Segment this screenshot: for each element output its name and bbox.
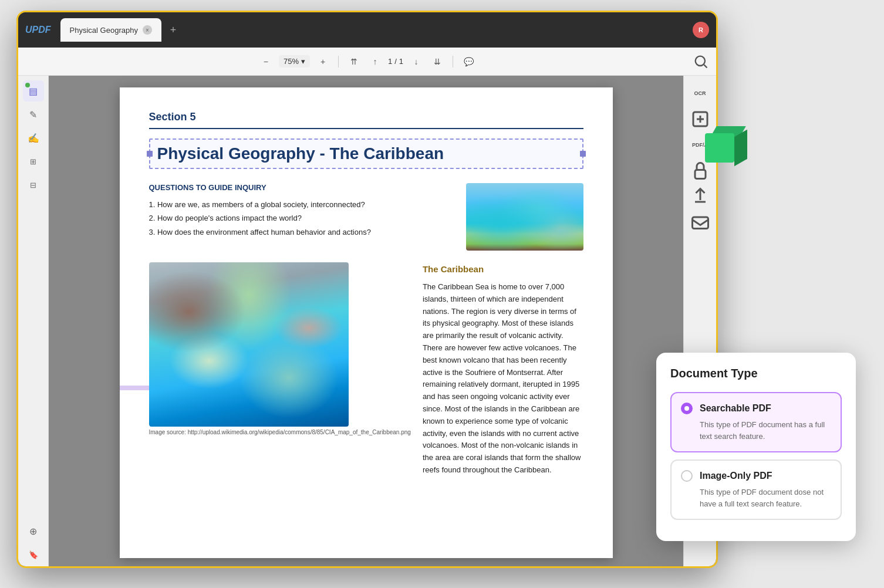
email-icon xyxy=(690,212,711,233)
layers-icon: ⊕ xyxy=(29,526,37,537)
ocr-button[interactable]: OCR xyxy=(690,83,711,104)
radio-inner xyxy=(684,406,689,411)
caribbean-photo xyxy=(466,183,583,251)
cube-decoration xyxy=(705,126,746,167)
page-title-box: Physical Geography - The Caribbean xyxy=(149,138,583,169)
first-page-button[interactable]: ⇈ xyxy=(346,53,362,70)
caribbean-text-section: The Caribbean The Caribbean Sea is home … xyxy=(423,262,583,477)
svg-rect-3 xyxy=(695,170,706,179)
title-bar: UPDF Physical Geography × + R xyxy=(18,12,716,48)
image-only-pdf-desc: This type of PDF document dose not have … xyxy=(700,486,831,509)
document-type-title: Document Type xyxy=(670,367,842,380)
title-handle-left xyxy=(147,151,153,157)
app-logo: UPDF xyxy=(25,25,51,35)
tab-title: Physical Geography xyxy=(70,26,138,35)
svg-line-1 xyxy=(704,65,707,67)
prev-page-button[interactable]: ↑ xyxy=(367,53,383,70)
caribbean-image-inner xyxy=(466,183,583,251)
map-caption: Image source: http://upload.wikimedia.or… xyxy=(149,429,411,435)
share-icon xyxy=(690,186,711,207)
comment-button[interactable]: 💬 xyxy=(460,53,477,70)
caribbean-map xyxy=(149,262,349,427)
title-handle-right xyxy=(580,151,586,157)
image-only-pdf-option[interactable]: Image-Only PDF This type of PDF document… xyxy=(670,459,842,520)
image-only-pdf-header: Image-Only PDF xyxy=(681,470,831,482)
questions-columns: QUESTIONS TO GUIDE INQUIRY 1. How are we… xyxy=(149,183,583,251)
ocr-icon: OCR xyxy=(694,90,706,96)
window-user-button[interactable]: R xyxy=(693,22,709,38)
main-area: ▤ ✎ ✍ ⊞ ⊟ ⊕ 🔖 xyxy=(18,76,716,568)
question-list: 1. How are we, as members of a global so… xyxy=(149,198,452,239)
zoom-out-button[interactable]: − xyxy=(258,53,274,70)
sidebar-item-layers[interactable]: ⊕ xyxy=(23,521,44,542)
image-only-pdf-radio[interactable] xyxy=(681,470,693,482)
searchable-pdf-header: Searchable PDF xyxy=(681,403,831,414)
pdf-viewer[interactable]: Section 5 Physical Geography - The Carib… xyxy=(49,76,683,568)
questions-title: QUESTIONS TO GUIDE INQUIRY xyxy=(149,183,452,192)
email-button[interactable] xyxy=(690,212,711,233)
share-button[interactable] xyxy=(690,186,711,207)
zoom-in-button[interactable]: + xyxy=(315,53,331,70)
bottom-content: Image source: http://upload.wikimedia.or… xyxy=(149,262,583,477)
sidebar-item-pages[interactable]: ▤ xyxy=(23,80,44,102)
questions-section: QUESTIONS TO GUIDE INQUIRY 1. How are we… xyxy=(149,183,452,251)
svg-rect-4 xyxy=(692,217,708,229)
edit-icon: ✎ xyxy=(29,109,37,120)
sidebar-item-edit[interactable]: ✎ xyxy=(23,104,44,125)
search-icon xyxy=(693,53,709,70)
search-button[interactable] xyxy=(693,53,709,70)
searchable-pdf-label: Searchable PDF xyxy=(700,403,771,414)
searchable-pdf-option[interactable]: Searchable PDF This type of PDF document… xyxy=(670,392,842,452)
map-image-inner xyxy=(149,262,349,427)
cube-right-face xyxy=(734,130,747,167)
searchable-pdf-radio[interactable] xyxy=(681,403,693,414)
sidebar-item-bookmark[interactable]: 🔖 xyxy=(23,544,44,565)
organize-icon: ⊟ xyxy=(30,181,36,190)
document-type-panel: Document Type Searchable PDF This type o… xyxy=(656,353,856,541)
svg-point-0 xyxy=(696,56,705,65)
pdf-page: Section 5 Physical Geography - The Carib… xyxy=(120,87,613,558)
bookmark-icon: 🔖 xyxy=(29,550,38,559)
zoom-dropdown-arrow: ▾ xyxy=(301,57,305,66)
toolbar-separator xyxy=(338,56,339,67)
cube-front-face xyxy=(705,133,734,163)
zoom-display[interactable]: 75% ▾ xyxy=(279,55,310,67)
sidebar-item-form[interactable]: ⊞ xyxy=(23,151,44,172)
toolbar: − 75% ▾ + ⇈ ↑ 1 / 1 ↓ ⇊ 💬 xyxy=(18,48,716,76)
active-indicator xyxy=(25,83,30,87)
annotate-icon: ✍ xyxy=(28,133,39,144)
page-title: Physical Geography - The Caribbean xyxy=(157,144,444,163)
sidebar-item-annotate[interactable]: ✍ xyxy=(23,127,44,148)
caribbean-body-text: The Caribbean Sea is home to over 7,000 … xyxy=(423,281,583,477)
question-item-3: 3. How does the environment affect human… xyxy=(149,225,452,239)
form-icon: ⊞ xyxy=(30,157,36,166)
section-label: Section 5 xyxy=(149,111,583,123)
toolbar-separator-2 xyxy=(453,56,453,67)
sidebar-left: ▤ ✎ ✍ ⊞ ⊟ ⊕ 🔖 xyxy=(18,76,49,568)
question-item-1: 1. How are we, as members of a global so… xyxy=(149,198,452,211)
sidebar-item-organize[interactable]: ⊟ xyxy=(23,174,44,195)
searchable-pdf-desc: This type of PDF document has a full tex… xyxy=(700,419,831,442)
pages-icon: ▤ xyxy=(29,86,38,97)
tab-close-button[interactable]: × xyxy=(143,25,152,35)
document-tab[interactable]: Physical Geography × xyxy=(60,18,161,42)
caribbean-heading: The Caribbean xyxy=(423,262,583,276)
page-indicator: 1 / 1 xyxy=(388,57,403,66)
map-section: Image source: http://upload.wikimedia.or… xyxy=(149,262,411,477)
app-window: UPDF Physical Geography × + R − 75% ▾ + … xyxy=(16,11,718,568)
new-tab-button[interactable]: + xyxy=(166,23,180,37)
title-underline xyxy=(149,128,583,129)
last-page-button[interactable]: ⇊ xyxy=(429,53,446,70)
question-item-2: 2. How do people's actions impact the wo… xyxy=(149,211,452,225)
image-only-pdf-label: Image-Only PDF xyxy=(700,471,772,481)
next-page-button[interactable]: ↓ xyxy=(408,53,424,70)
